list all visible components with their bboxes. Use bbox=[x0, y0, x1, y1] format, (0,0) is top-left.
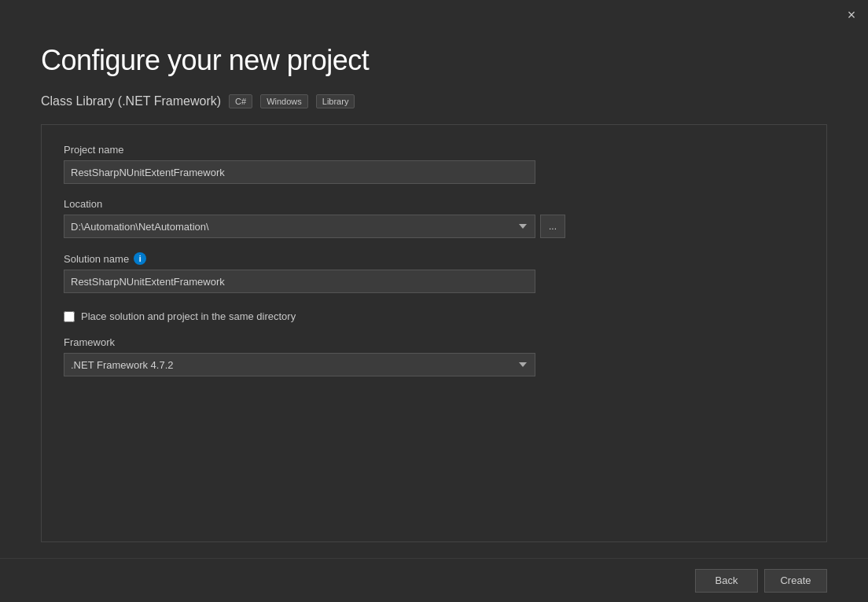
solution-name-input[interactable] bbox=[64, 270, 535, 293]
location-group: Location D:\Automation\NetAutomation\ ..… bbox=[64, 198, 804, 238]
location-label: Location bbox=[64, 198, 804, 210]
same-directory-checkbox[interactable] bbox=[64, 311, 75, 322]
framework-label-text: Framework bbox=[64, 336, 115, 348]
project-type-label: Class Library (.NET Framework) bbox=[41, 94, 221, 108]
framework-group: Framework .NET Framework 4.7.2 bbox=[64, 336, 804, 376]
solution-name-group: Solution name i bbox=[64, 252, 804, 293]
location-select[interactable]: D:\Automation\NetAutomation\ bbox=[64, 215, 535, 238]
project-name-label: Project name bbox=[64, 144, 804, 156]
dialog-content: Configure your new project Class Library… bbox=[0, 28, 868, 558]
same-directory-label[interactable]: Place solution and project in the same d… bbox=[81, 310, 296, 322]
form-area: Project name Location D:\Automation\NetA… bbox=[41, 124, 827, 542]
close-button[interactable]: × bbox=[844, 8, 859, 22]
location-label-text: Location bbox=[64, 198, 102, 210]
location-row: D:\Automation\NetAutomation\ ... bbox=[64, 215, 804, 238]
project-name-input[interactable] bbox=[64, 160, 535, 184]
project-name-label-text: Project name bbox=[64, 144, 124, 156]
tag-windows: Windows bbox=[260, 94, 308, 108]
framework-label: Framework bbox=[64, 336, 804, 348]
back-button[interactable]: Back bbox=[695, 569, 758, 593]
same-directory-row: Place solution and project in the same d… bbox=[64, 310, 804, 322]
tag-csharp: C# bbox=[229, 94, 252, 108]
solution-name-info-icon[interactable]: i bbox=[134, 252, 146, 265]
subtitle-row: Class Library (.NET Framework) C# Window… bbox=[41, 94, 827, 108]
project-name-group: Project name bbox=[64, 144, 804, 184]
solution-name-label-text: Solution name bbox=[64, 253, 129, 265]
create-button[interactable]: Create bbox=[764, 569, 827, 593]
tag-library: Library bbox=[316, 94, 355, 108]
solution-name-label: Solution name i bbox=[64, 252, 804, 265]
framework-select[interactable]: .NET Framework 4.7.2 bbox=[64, 353, 535, 376]
page-title: Configure your new project bbox=[41, 44, 827, 77]
browse-button[interactable]: ... bbox=[540, 215, 565, 238]
title-bar: × bbox=[0, 0, 868, 28]
configure-project-dialog: × Configure your new project Class Libra… bbox=[0, 0, 868, 602]
dialog-footer: Back Create bbox=[0, 558, 868, 602]
